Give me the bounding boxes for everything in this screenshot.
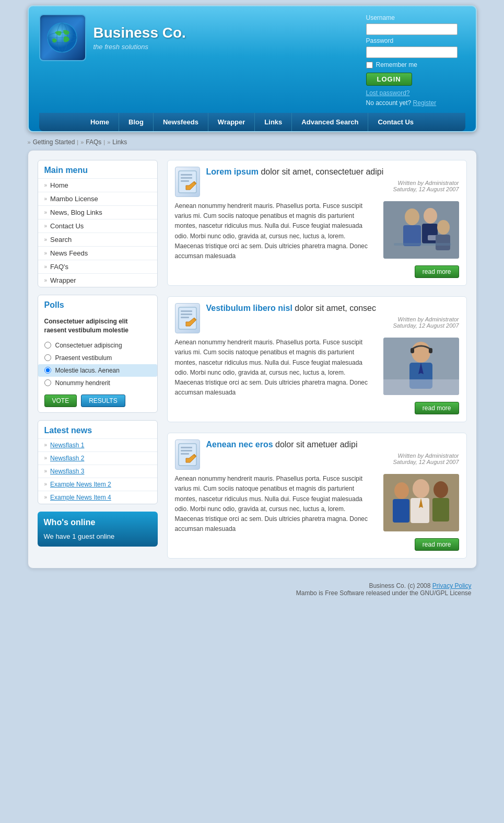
article-3-header: Aenean nec eros dolor sit ametuer adipi … <box>175 439 459 470</box>
login-button[interactable]: LOGIN <box>366 73 412 86</box>
article-1-footer: read more <box>175 265 459 278</box>
article-1-title-bold[interactable]: Lorem ipsum <box>206 167 259 176</box>
news-item-4[interactable]: » Example News Item 2 <box>38 478 157 491</box>
poll-radio-4[interactable] <box>44 379 51 386</box>
privacy-policy-link[interactable]: Privacy Policy <box>432 582 472 589</box>
poll-radio-1[interactable] <box>44 342 51 349</box>
svg-rect-26 <box>429 348 432 353</box>
breadcrumb-item-2[interactable]: FAQs <box>86 138 101 146</box>
svg-rect-35 <box>393 499 409 523</box>
article-2-header: Vestibulum libero nisl dolor sit amet, c… <box>175 303 459 333</box>
breadcrumb-item-1[interactable]: Getting Started <box>33 138 75 146</box>
breadcrumb-item-3: Links <box>112 138 127 146</box>
article-1-image <box>383 201 459 259</box>
footer-line2: Mambo is Free Software released under th… <box>33 589 472 597</box>
register-link[interactable]: Register <box>413 99 437 107</box>
svg-point-10 <box>405 208 419 225</box>
sidebar-item-contact-us[interactable]: » Contact Us <box>38 219 157 233</box>
svg-rect-16 <box>436 235 450 250</box>
article-3-read-more[interactable]: read more <box>415 538 459 551</box>
news-link-3[interactable]: Newsflash 3 <box>50 468 84 475</box>
article-1-body: Aenean nonummy hendrerit mauris. Phasell… <box>175 201 459 261</box>
poll-option-4[interactable]: Nonummy hendrerit <box>38 377 157 389</box>
sidebar-item-mambo-license[interactable]: » Mambo License <box>38 192 157 205</box>
news-item-1[interactable]: » Newsflash 1 <box>38 438 157 451</box>
news-item-2[interactable]: » Newsflash 2 <box>38 451 157 465</box>
sidebar-item-home[interactable]: » Home <box>38 178 157 192</box>
footer: Business Co. (c) 2008 Privacy Policy Mam… <box>28 579 477 600</box>
news-item-5[interactable]: » Example News Item 4 <box>38 491 157 504</box>
whos-online-title: Who's online <box>44 518 151 527</box>
main-menu-box: Main menu » Home » Mambo License » News,… <box>38 160 158 287</box>
article-3-date: Saturday, 12 August 2007 <box>206 459 459 465</box>
article-1: Lorem ipsum dolor sit amet, consectetuer… <box>167 160 467 286</box>
login-area: Username Password Remember me LOGIN Lost… <box>366 14 465 107</box>
nav-contact-us[interactable]: Contact Us <box>368 113 423 131</box>
article-3-text: Aenean nonummy hendrerit mauris. Phasell… <box>175 474 376 534</box>
poll-option-1[interactable]: Consectetuer adipiscing <box>38 339 157 352</box>
news-link-1[interactable]: Newsflash 1 <box>50 442 84 449</box>
results-button[interactable]: RESULTS <box>81 395 125 407</box>
sidebar-item-search[interactable]: » Search <box>38 233 157 246</box>
article-2-read-more[interactable]: read more <box>415 402 459 414</box>
arrow-icon: » <box>44 468 48 474</box>
whos-online-text: We have 1 guest online <box>44 532 151 540</box>
article-2-text: Aenean nonummy hendrerit mauris. Phasell… <box>175 338 376 398</box>
logo-area: Business Co. the fresh solutions <box>39 14 186 61</box>
sidebar-item-wrapper[interactable]: » Wrapper <box>38 273 157 287</box>
username-input[interactable] <box>366 24 458 35</box>
lost-password-link[interactable]: Lost password? <box>366 89 410 97</box>
svg-point-23 <box>412 342 430 363</box>
sidebar-item-faqs[interactable]: » FAQ's <box>38 260 157 273</box>
poll-option-3[interactable]: Molestie lacus. Aenean <box>38 364 157 377</box>
article-1-read-more[interactable]: read more <box>415 265 459 278</box>
article-2-author: Written by Administrator <box>206 316 459 322</box>
sidebar: Main menu » Home » Mambo License » News,… <box>38 160 158 559</box>
main-menu-title: Main menu <box>38 160 157 178</box>
poll-option-2[interactable]: Praesent vestibulum <box>38 352 157 364</box>
news-item-3[interactable]: » Newsflash 3 <box>38 465 157 478</box>
password-label: Password <box>366 37 394 44</box>
latest-news-title: Latest news <box>38 421 157 438</box>
article-2-title-bold[interactable]: Vestibulum libero nisl <box>206 304 292 312</box>
poll-label-3: Molestie lacus. Aenean <box>55 367 120 374</box>
svg-rect-13 <box>422 224 438 244</box>
nav-links[interactable]: Links <box>255 113 292 131</box>
article-2-footer: read more <box>175 402 459 414</box>
news-link-2[interactable]: Newsflash 2 <box>50 455 84 462</box>
article-3-title-bold[interactable]: Aenean nec eros <box>206 440 273 449</box>
vote-button[interactable]: VOTE <box>44 395 77 407</box>
nav-newsfeeds[interactable]: Newsfeeds <box>154 113 208 131</box>
poll-radio-3[interactable] <box>44 367 51 374</box>
main-content: Main menu » Home » Mambo License » News,… <box>28 150 477 569</box>
article-2-image <box>383 338 459 395</box>
article-1-author: Written by Administrator <box>206 180 459 186</box>
svg-rect-19 <box>181 310 192 312</box>
arrow-icon: » <box>44 455 48 461</box>
svg-point-12 <box>424 208 437 224</box>
news-link-4[interactable]: Example News Item 2 <box>50 481 111 488</box>
article-1-header: Lorem ipsum dolor sit amet, consectetuer… <box>175 167 459 197</box>
latest-news-box: Latest news » Newsflash 1 » Newsflash 2 … <box>38 420 158 504</box>
nav-wrapper[interactable]: Wrapper <box>208 113 255 131</box>
arrow-icon: » <box>44 237 48 242</box>
arrow-icon: » <box>44 494 48 500</box>
article-3-author: Written by Administrator <box>206 453 459 459</box>
site-title: Business Co. <box>93 25 186 41</box>
poll-label-4: Nonummy hendrerit <box>55 379 110 387</box>
nav-advanced-search[interactable]: Advanced Search <box>292 113 368 131</box>
remember-checkbox[interactable] <box>366 62 373 68</box>
svg-rect-31 <box>181 450 192 451</box>
news-link-5[interactable]: Example News Item 4 <box>50 494 111 501</box>
svg-rect-7 <box>181 177 192 179</box>
sidebar-item-news-feeds[interactable]: » News Feeds <box>38 246 157 260</box>
nav-home[interactable]: Home <box>81 113 119 131</box>
nav-blog[interactable]: Blog <box>119 113 154 131</box>
arrow-icon: » <box>44 264 48 270</box>
poll-radio-2[interactable] <box>44 354 51 361</box>
svg-rect-30 <box>181 447 192 448</box>
poll-label-2: Praesent vestibulum <box>55 354 112 362</box>
password-input[interactable] <box>366 47 458 58</box>
sidebar-item-news-blog-links[interactable]: » News, Blog Links <box>38 205 157 219</box>
whos-online-box: Who's online We have 1 guest online <box>38 512 158 547</box>
